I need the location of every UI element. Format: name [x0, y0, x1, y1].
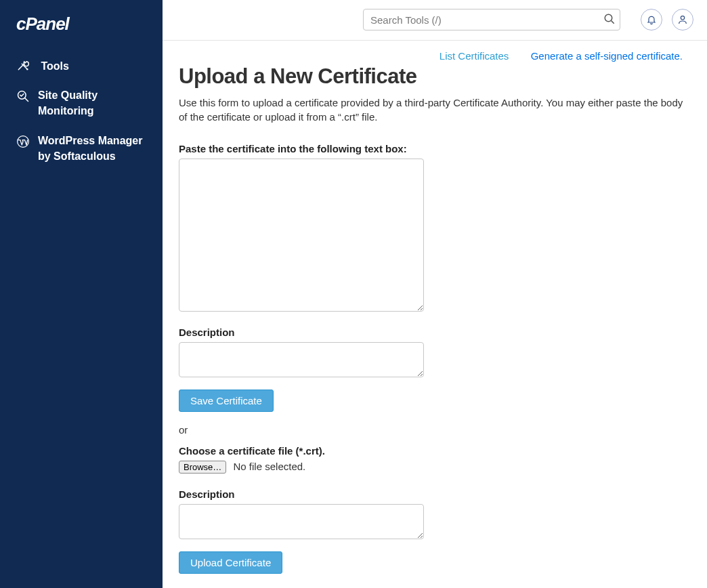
svg-point-4	[605, 14, 612, 22]
upload-certificate-button[interactable]: Upload Certificate	[179, 551, 282, 574]
choose-file-label: Choose a certificate file (*.crt).	[179, 445, 691, 457]
paste-cert-label: Paste the certificate into the following…	[179, 143, 691, 154]
browse-file-button[interactable]: Browse…	[179, 461, 226, 474]
cpanel-logo[interactable]: cPanel	[0, 15, 163, 51]
sidebar-item-wordpress-manager[interactable]: WordPress Manager by Softaculous	[0, 126, 163, 171]
sidebar-item-label: Site Quality Monitoring	[38, 87, 146, 119]
user-icon	[677, 14, 688, 25]
content: List Certificates Generate a self-signed…	[163, 41, 707, 588]
notifications-button[interactable]	[641, 9, 662, 30]
certificate-textarea[interactable]	[179, 159, 424, 312]
svg-point-1	[26, 68, 28, 70]
magnifier-check-icon	[16, 89, 31, 102]
svg-point-5	[681, 16, 684, 20]
sidebar: cPanel Tools Site Quality Monitoring	[0, 0, 163, 588]
wordpress-icon	[16, 135, 31, 147]
generate-selfsigned-link[interactable]: Generate a self-signed certificate.	[531, 50, 683, 62]
main-area: List Certificates Generate a self-signed…	[163, 0, 707, 588]
description-textarea-1[interactable]	[179, 342, 424, 377]
file-status-text: No file selected.	[234, 461, 306, 472]
account-button[interactable]	[672, 9, 693, 30]
sidebar-item-label: Tools	[41, 60, 68, 72]
action-links: List Certificates Generate a self-signed…	[179, 50, 691, 62]
page-title: Upload a New Certificate	[179, 64, 691, 89]
save-certificate-button[interactable]: Save Certificate	[179, 390, 274, 412]
search-wrap	[363, 9, 620, 30]
list-certificates-link[interactable]: List Certificates	[440, 50, 509, 62]
description-label-2: Description	[179, 488, 691, 500]
page-intro: Use this form to upload a certificate pr…	[179, 96, 691, 124]
bell-icon	[646, 14, 657, 25]
file-input-row: Browse… No file selected.	[179, 461, 691, 474]
description-label-1: Description	[179, 327, 691, 338]
sidebar-item-tools[interactable]: Tools	[0, 51, 163, 81]
tools-icon	[16, 58, 31, 70]
topbar	[163, 0, 707, 41]
description-textarea-2[interactable]	[179, 504, 424, 539]
search-icon	[603, 13, 616, 25]
search-input[interactable]	[363, 9, 620, 30]
search-button[interactable]	[601, 12, 618, 28]
or-separator: or	[179, 424, 691, 436]
sidebar-item-label: WordPress Manager by Softaculous	[38, 133, 146, 164]
sidebar-item-site-quality[interactable]: Site Quality Monitoring	[0, 81, 163, 125]
